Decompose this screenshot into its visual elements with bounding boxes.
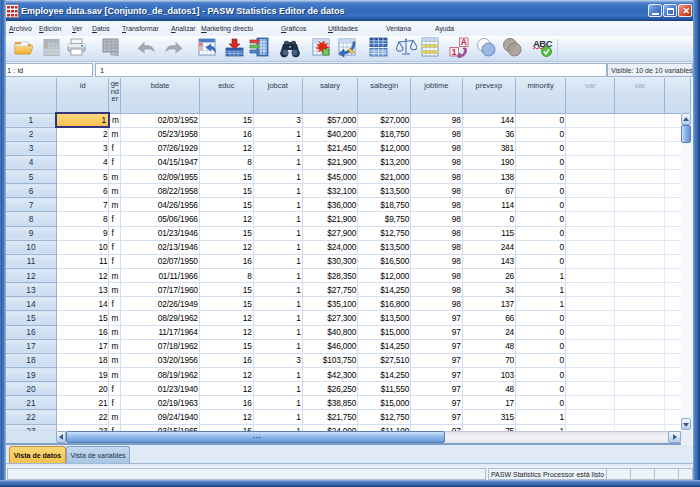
svg-text:1: 1 — [452, 47, 457, 57]
svg-text:A: A — [461, 37, 467, 47]
